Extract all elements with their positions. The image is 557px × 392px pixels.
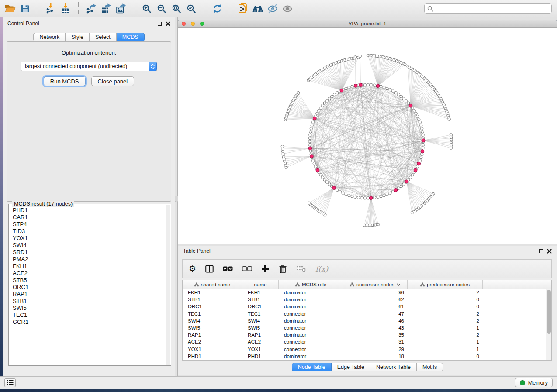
table-cell[interactable]: dominator bbox=[279, 354, 343, 359]
network-leaf-node[interactable] bbox=[404, 63, 406, 65]
network-mcds-node[interactable] bbox=[340, 89, 343, 92]
network-node[interactable] bbox=[407, 102, 410, 104]
table-cell[interactable]: 1 bbox=[408, 325, 483, 330]
open-folder-icon[interactable] bbox=[3, 1, 17, 16]
table-cell[interactable]: 43 bbox=[343, 325, 408, 330]
network-node[interactable] bbox=[333, 93, 336, 96]
table-cell[interactable]: SWI5 bbox=[242, 325, 279, 330]
table-row[interactable]: ACE2ACE2connector311 bbox=[183, 338, 546, 345]
table-cell[interactable]: PHD1 bbox=[183, 354, 242, 359]
network-node[interactable] bbox=[339, 190, 341, 193]
mcds-result-item[interactable]: PMA2 bbox=[9, 256, 166, 263]
network-mcds-node[interactable] bbox=[422, 139, 425, 142]
table-cell[interactable]: 46 bbox=[343, 318, 408, 323]
network-node[interactable] bbox=[383, 86, 385, 89]
table-cell[interactable]: 35 bbox=[343, 332, 408, 337]
table-cell[interactable]: RAP1 bbox=[183, 332, 242, 337]
tab-style[interactable]: Style bbox=[66, 33, 90, 41]
network-leaf-node[interactable] bbox=[297, 91, 299, 94]
network-node[interactable] bbox=[354, 196, 356, 198]
mcds-result-item[interactable]: TID3 bbox=[9, 228, 166, 235]
table-cell[interactable]: YOX1 bbox=[242, 347, 279, 352]
network-node[interactable] bbox=[348, 86, 350, 89]
network-node[interactable] bbox=[419, 121, 421, 124]
network-node[interactable] bbox=[380, 195, 382, 198]
table-cell[interactable]: 2 bbox=[408, 332, 483, 337]
network-node[interactable] bbox=[336, 91, 339, 94]
network-node[interactable] bbox=[311, 124, 313, 127]
network-node[interactable] bbox=[420, 124, 422, 127]
table-cell[interactable]: 0 bbox=[408, 297, 483, 302]
table-cell[interactable]: ACE2 bbox=[183, 339, 242, 344]
network-graph[interactable] bbox=[178, 28, 557, 244]
network-node[interactable] bbox=[419, 159, 421, 162]
export-image-icon[interactable] bbox=[114, 1, 128, 16]
table-cell[interactable]: 0 bbox=[408, 304, 483, 309]
table-cell[interactable]: connector bbox=[279, 311, 343, 316]
network-mcds-node[interactable] bbox=[414, 168, 417, 172]
network-node[interactable] bbox=[402, 97, 405, 100]
close-window-icon[interactable] bbox=[182, 22, 186, 26]
tab-mcds[interactable]: MCDS bbox=[117, 33, 145, 41]
network-node[interactable] bbox=[330, 95, 333, 98]
mcds-result-item[interactable]: ORC1 bbox=[9, 284, 166, 291]
table-row[interactable]: RAP1RAP1dominator352 bbox=[183, 331, 546, 338]
mcds-result-item[interactable]: GCR1 bbox=[9, 319, 166, 326]
network-node[interactable] bbox=[420, 153, 423, 155]
network-node[interactable] bbox=[397, 93, 400, 96]
table-cell[interactable]: SWI4 bbox=[242, 318, 279, 323]
float-panel-icon[interactable] bbox=[158, 22, 162, 26]
table-cell[interactable]: 2 bbox=[408, 318, 483, 323]
network-node[interactable] bbox=[328, 97, 331, 100]
table-row[interactable]: PHD1PHD1dominator180 bbox=[183, 353, 546, 360]
network-node[interactable] bbox=[319, 107, 322, 109]
network-node[interactable] bbox=[308, 143, 311, 146]
mcds-result-item[interactable]: RAP1 bbox=[9, 291, 166, 298]
network-leaf-node[interactable] bbox=[359, 55, 361, 57]
table-cell[interactable]: 29 bbox=[343, 347, 408, 352]
network-node[interactable] bbox=[317, 110, 320, 112]
table-cell[interactable]: 1 bbox=[408, 339, 483, 344]
deselect-all-icon[interactable] bbox=[242, 266, 252, 271]
trash-icon[interactable] bbox=[279, 265, 287, 273]
mcds-result-item[interactable]: SWI4 bbox=[9, 242, 166, 249]
column-header-predecessor-nodes[interactable]: predecessor nodes bbox=[408, 280, 483, 289]
table-cell[interactable]: dominator bbox=[279, 290, 343, 295]
network-node[interactable] bbox=[421, 131, 424, 133]
network-leaf-node[interactable] bbox=[354, 55, 356, 58]
table-cell[interactable]: connector bbox=[279, 325, 343, 330]
network-node[interactable] bbox=[400, 185, 402, 188]
network-node[interactable] bbox=[309, 131, 312, 133]
network-node[interactable] bbox=[373, 196, 376, 199]
close-table-panel-icon[interactable] bbox=[547, 249, 552, 254]
tab-node-table[interactable]: Node Table bbox=[292, 363, 332, 371]
table-cell[interactable]: 2 bbox=[408, 290, 483, 295]
network-mcds-node[interactable] bbox=[310, 155, 314, 158]
network-node[interactable] bbox=[377, 196, 379, 198]
network-node[interactable] bbox=[309, 134, 311, 136]
network-mcds-node[interactable] bbox=[332, 186, 336, 190]
table-cell[interactable]: 31 bbox=[343, 339, 408, 344]
network-node[interactable] bbox=[416, 115, 419, 117]
tab-motifs[interactable]: Motifs bbox=[417, 363, 443, 371]
mcds-result-item[interactable]: CAR1 bbox=[9, 214, 166, 221]
table-scrollbar-thumb[interactable] bbox=[547, 290, 551, 334]
network-node[interactable] bbox=[380, 85, 382, 88]
network-node[interactable] bbox=[363, 83, 366, 86]
hide-details-eye-slash-icon[interactable] bbox=[265, 1, 280, 16]
network-node[interactable] bbox=[389, 192, 391, 194]
network-node[interactable] bbox=[321, 104, 324, 107]
table-row[interactable]: ORC1ORC1dominator610 bbox=[183, 303, 546, 310]
binoculars-icon[interactable] bbox=[250, 1, 265, 16]
network-node[interactable] bbox=[413, 110, 415, 112]
network-node[interactable] bbox=[321, 176, 324, 179]
criterion-select[interactable]: largest connected component (undirected) bbox=[21, 62, 157, 71]
table-cell[interactable]: 0 bbox=[408, 354, 483, 359]
table-row[interactable]: YOX1YOX1connector291 bbox=[183, 346, 546, 353]
network-node[interactable] bbox=[351, 195, 353, 198]
table-cell[interactable]: PHD1 bbox=[242, 354, 279, 359]
network-node[interactable] bbox=[411, 173, 414, 176]
network-canvas[interactable] bbox=[178, 28, 557, 244]
network-node[interactable] bbox=[357, 196, 360, 199]
table-cell[interactable]: RAP1 bbox=[242, 332, 279, 337]
